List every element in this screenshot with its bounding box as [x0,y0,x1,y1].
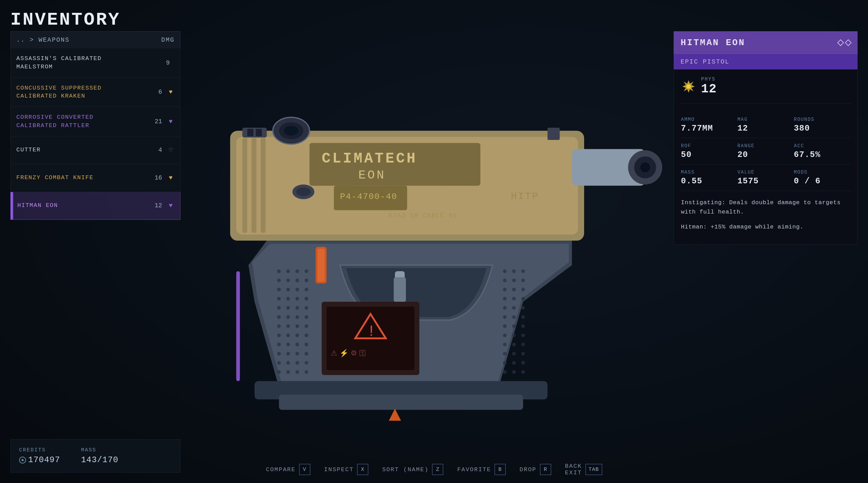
svg-point-103 [503,361,507,365]
stat-label: ACC [794,143,847,149]
stat-value: 12 [738,124,791,133]
svg-point-82 [503,297,507,301]
svg-point-77 [512,278,516,282]
stat-mag: MAG 12 [738,112,794,138]
svg-rect-10 [247,129,253,136]
action-sort-label: SORT (NAME) [382,466,429,473]
svg-point-32 [305,278,309,282]
svg-point-45 [277,315,281,319]
svg-point-72 [305,370,309,374]
svg-point-0 [22,459,24,461]
credits-section: CREDITS 170497 [19,447,60,465]
action-drop[interactable]: DROP R [520,464,551,475]
action-sort[interactable]: SORT (NAME) Z [382,464,443,475]
credits-circle-icon [19,457,26,464]
detail-stars [838,40,851,45]
action-compare[interactable]: COMPARE V [266,464,310,475]
svg-point-80 [512,288,516,291]
svg-point-59 [295,343,299,347]
page-container: INVENTORY .. > WEAPONS DMG ASSASSIN'S CA… [0,0,868,483]
svg-text:E7A3 5M CABLE.95: E7A3 5M CABLE.95 [389,212,457,219]
stat-value: 7.77MM [681,124,734,133]
svg-point-87 [521,306,525,310]
gun-svg: CLIMATECH EON P4-4700-40 [121,21,681,448]
svg-point-101 [512,352,516,356]
svg-point-122 [284,126,298,135]
svg-point-75 [521,269,525,273]
svg-point-57 [277,343,281,347]
svg-rect-116 [236,271,240,381]
stat-label: MODS [794,169,850,175]
stat-ammo: AMMO 7.77MM [681,112,738,138]
svg-point-124 [686,84,691,89]
stat-mods: MODS 0 / 6 [794,165,850,191]
svg-point-25 [277,269,281,273]
diamond-icon-2 [845,39,852,46]
svg-point-40 [305,297,309,301]
svg-point-95 [512,333,516,337]
svg-point-60 [305,343,309,347]
detail-type-bar: EPIC PISTOL [674,54,858,69]
svg-point-83 [512,297,516,301]
action-favorite-key: B [495,464,506,475]
svg-point-71 [295,370,299,374]
svg-point-56 [305,333,309,337]
action-inspect-label: INSPECT [324,466,354,473]
stats-grid: AMMO 7.77MM MAG 12 ROUNDS 380 ROF 50 RAN… [681,112,850,191]
svg-point-63 [295,352,299,356]
svg-point-33 [277,288,281,291]
svg-point-84 [521,297,525,301]
stat-value: VALUE 1575 [738,165,794,191]
svg-point-92 [512,324,516,328]
action-bar: COMPARE V INSPECT X SORT (NAME) Z FAVORI… [0,463,868,476]
stat-value: 380 [794,124,847,133]
stat-value: 50 [681,150,734,159]
svg-point-42 [286,306,290,310]
svg-point-78 [521,278,525,282]
action-drop-label: DROP [520,466,537,473]
stat-value: 1575 [738,176,791,186]
stat-label: MASS [681,169,734,175]
svg-point-69 [277,370,281,374]
svg-rect-3 [242,138,247,233]
svg-point-102 [521,352,525,356]
detail-weapon-name: HITMAN EON [681,38,745,48]
svg-point-54 [286,333,290,337]
detail-header: HITMAN EON [674,31,858,54]
svg-point-61 [277,352,281,356]
svg-point-100 [503,352,507,356]
phys-icon [681,79,696,94]
svg-text:!: ! [369,323,373,339]
svg-point-81 [521,288,525,291]
svg-point-89 [512,315,516,319]
svg-point-37 [277,297,281,301]
breadcrumb-path: .. > WEAPONS [16,36,70,43]
credits-label: CREDITS [19,447,60,453]
svg-point-31 [295,278,299,282]
phys-label: PHYS [701,76,717,82]
gun-display-area: CLIMATECH EON P4-4700-40 [121,21,681,448]
svg-rect-115 [318,249,325,282]
svg-point-74 [512,269,516,273]
stat-label: MAG [738,117,791,122]
action-favorite[interactable]: FAVORITE B [457,464,506,475]
svg-point-85 [503,306,507,310]
phys-label-value: PHYS 12 [701,76,717,96]
action-inspect[interactable]: INSPECT X [324,464,368,475]
svg-rect-11 [256,129,262,136]
weapon-detail-panel: HITMAN EON EPIC PISTOL [674,31,858,245]
stat-value: 20 [738,150,791,159]
page-title: INVENTORY [10,10,120,30]
svg-point-34 [286,288,290,291]
svg-point-105 [521,361,525,365]
svg-point-38 [286,297,290,301]
svg-rect-4 [252,138,256,233]
stat-rof: ROF 50 [681,138,738,165]
action-back[interactable]: BACKEXIT TAB [565,463,602,476]
stat-acc: ACC 67.5% [794,138,850,165]
svg-point-86 [512,306,516,310]
svg-point-64 [305,352,309,356]
svg-text:P4-4700-40: P4-4700-40 [340,192,397,202]
traits-area: Instigating: Deals double damage to targ… [681,191,850,232]
detail-stats-area: PHYS 12 AMMO 7.77MM MAG 12 ROUNDS 380 [674,69,858,245]
